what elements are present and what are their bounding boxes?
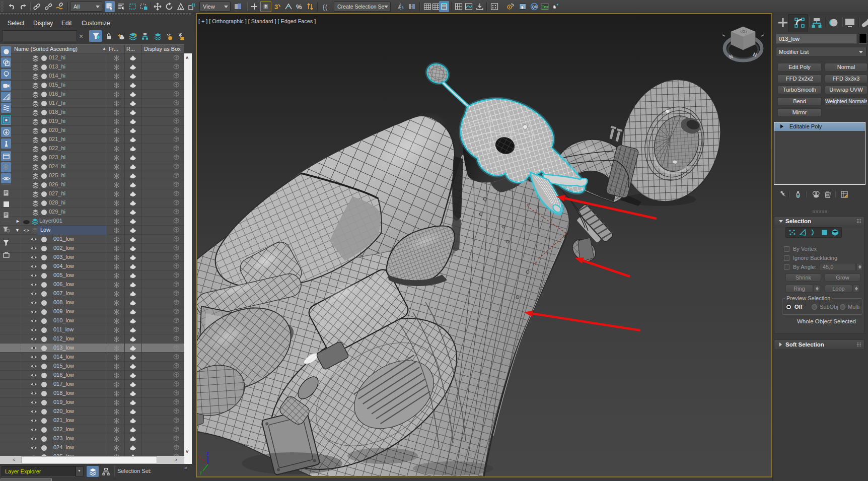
svg-text:x: x	[527, 202, 529, 208]
svg-text:Tex: Tex	[542, 5, 549, 9]
svg-text:z: z	[206, 451, 208, 456]
svg-text:%: %	[296, 3, 302, 11]
svg-text:{ (: { (	[323, 4, 327, 11]
svg-text:x: x	[198, 454, 201, 459]
svg-text:QR: QR	[532, 5, 538, 9]
svg-text:y: y	[200, 470, 202, 475]
svg-text:y: y	[535, 260, 537, 265]
svg-text:N: N	[729, 53, 734, 60]
svg-text:3: 3	[274, 3, 278, 11]
